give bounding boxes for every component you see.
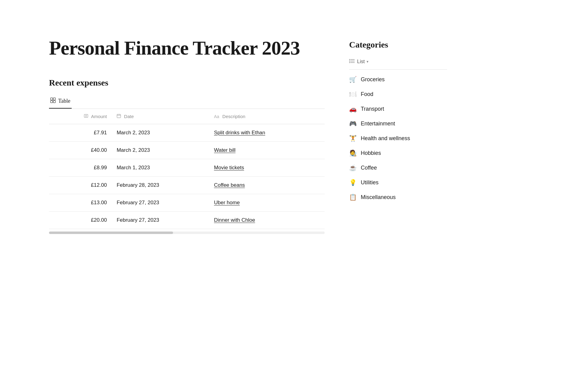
money-header-icon — [84, 114, 88, 119]
category-item[interactable]: 💡Utilities — [349, 175, 447, 190]
expense-amount: £12.00 — [49, 177, 113, 194]
expense-amount: £8.99 — [49, 159, 113, 177]
expense-date: February 27, 2023 — [113, 212, 210, 229]
transport-icon: 🚗 — [349, 105, 356, 113]
groceries-icon: 🛒 — [349, 76, 356, 83]
expenses-section-title: Recent expenses — [49, 78, 325, 88]
utilities-icon: 💡 — [349, 179, 356, 186]
coffee-icon: ☕ — [349, 164, 356, 171]
category-label: Food — [361, 91, 373, 98]
svg-rect-6 — [117, 114, 121, 118]
expense-description: Uber home — [210, 194, 325, 212]
expense-description: Dinner with Chloe — [210, 212, 325, 229]
expense-amount: £40.00 — [49, 142, 113, 159]
expense-description: Movie tickets — [210, 159, 325, 177]
expense-row[interactable]: £12.00February 28, 2023Coffee beans — [49, 177, 325, 194]
health-icon: 🏋️ — [349, 135, 356, 142]
expense-row[interactable]: £8.99March 1, 2023Movie tickets — [49, 159, 325, 177]
category-item[interactable]: 📋Miscellaneous — [349, 190, 447, 205]
category-item[interactable]: 🛒Groceries — [349, 72, 447, 87]
category-label: Miscellaneous — [361, 194, 396, 201]
svg-rect-0 — [51, 98, 53, 100]
category-item[interactable]: 🚗Transport — [349, 102, 447, 116]
category-label: Hobbies — [361, 150, 381, 156]
miscellaneous-icon: 📋 — [349, 194, 356, 201]
entertainment-icon: 🎮 — [349, 120, 356, 127]
category-item[interactable]: 🍽️Food — [349, 87, 447, 102]
page-container: Personal Finance Tracker 2023 Recent exp… — [0, 0, 588, 259]
table-scrollbar[interactable] — [49, 232, 325, 234]
category-item[interactable]: 🎮Entertainment — [349, 116, 447, 131]
category-item[interactable]: 🧑‍🎨Hobbies — [349, 146, 447, 160]
category-label: Utilities — [361, 179, 379, 186]
chevron-down-icon: ▾ — [367, 59, 368, 64]
calendar-header-icon — [117, 114, 121, 119]
category-item[interactable]: ☕Coffee — [349, 160, 447, 175]
expense-description: Split drinks with Ethan — [210, 124, 325, 142]
category-label: Transport — [361, 106, 384, 112]
categories-title: Categories — [349, 40, 447, 50]
category-label: Health and wellness — [361, 135, 410, 142]
svg-point-15 — [349, 62, 350, 63]
category-label: Groceries — [361, 76, 385, 83]
date-column-header: Date — [113, 109, 210, 124]
category-item[interactable]: 🏋️Health and wellness — [349, 131, 447, 146]
expense-date: March 1, 2023 — [113, 159, 210, 177]
expense-date: March 2, 2023 — [113, 124, 210, 142]
category-label: Coffee — [361, 165, 377, 171]
expense-amount: £13.00 — [49, 194, 113, 212]
text-header-icon: Aa — [214, 114, 219, 119]
table-tab-label: Table — [58, 98, 70, 104]
svg-point-5 — [85, 115, 87, 117]
svg-rect-2 — [51, 101, 53, 103]
svg-rect-3 — [53, 101, 55, 103]
list-view-icon — [349, 59, 355, 64]
expense-date: February 27, 2023 — [113, 194, 210, 212]
tab-container: Table — [49, 95, 325, 109]
category-list: 🛒Groceries🍽️Food🚗Transport🎮Entertainment… — [349, 72, 447, 205]
page-title: Personal Finance Tracker 2023 — [49, 37, 325, 59]
hobbies-icon: 🧑‍🎨 — [349, 149, 356, 157]
svg-point-13 — [349, 59, 350, 60]
main-content: Personal Finance Tracker 2023 Recent exp… — [49, 37, 325, 234]
svg-rect-4 — [84, 114, 88, 117]
expense-date: March 2, 2023 — [113, 142, 210, 159]
description-column-header: Aa Description — [210, 109, 325, 124]
scrollbar-thumb — [49, 232, 173, 234]
category-label: Entertainment — [361, 121, 395, 127]
table-tab[interactable]: Table — [49, 95, 72, 109]
expense-row[interactable]: £40.00March 2, 2023Water bill — [49, 142, 325, 159]
categories-sidebar: Categories List ▾ 🛒Groceries🍽️Food🚗Trans… — [349, 37, 447, 234]
expense-amount: £20.00 — [49, 212, 113, 229]
expense-table: Amount Date Aa Description £7.91March 2 — [49, 109, 325, 229]
svg-rect-1 — [53, 98, 55, 100]
expense-row[interactable]: £13.00February 27, 2023Uber home — [49, 194, 325, 212]
expense-date: February 28, 2023 — [113, 177, 210, 194]
list-view-label: List ▾ — [357, 59, 368, 64]
expense-amount: £7.91 — [49, 124, 113, 142]
svg-point-14 — [349, 61, 350, 62]
food-icon: 🍽️ — [349, 90, 356, 98]
amount-column-header: Amount — [49, 109, 113, 124]
expense-row[interactable]: £7.91March 2, 2023Split drinks with Etha… — [49, 124, 325, 142]
list-label-text: List — [357, 59, 365, 64]
table-tab-icon — [50, 98, 56, 104]
list-view-selector[interactable]: List ▾ — [349, 57, 447, 70]
expense-description: Water bill — [210, 142, 325, 159]
expense-row[interactable]: £20.00February 27, 2023Dinner with Chloe — [49, 212, 325, 229]
expense-description: Coffee beans — [210, 177, 325, 194]
